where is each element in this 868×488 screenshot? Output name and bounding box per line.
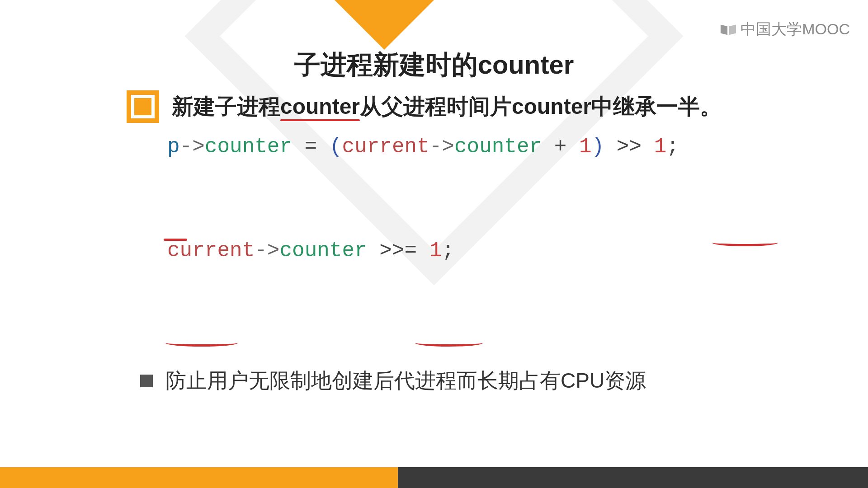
tok-current2: current [167,239,255,263]
tok-p: p [167,135,180,159]
tok-semi2: ; [442,239,454,263]
main-bullet-text: 新建子进程counter从父进程时间片counter中继承一半。 [172,90,722,123]
main-bullet: 新建子进程counter从父进程时间片counter中继承一半。 [127,90,832,123]
tok-one2: 1 [654,135,667,159]
bullet-mid: 从父进程时间片counter中继承一半。 [360,94,722,118]
tok-arrow3: -> [255,239,279,263]
footer-dark-bar [398,467,868,488]
underlined-counter: counter [280,94,360,118]
tok-current: current [342,135,429,159]
tok-arrow: -> [180,135,205,159]
logo-area: 中国大学MOOC [720,19,850,40]
square-bullet-icon [140,375,153,387]
red-mark-shifteq [415,339,483,347]
sub-bullet: 防止用户无限制地创建后代进程而长期占有CPU资源 [140,367,832,395]
book-icon [720,23,737,36]
logo-text: 中国大学MOOC [741,19,850,40]
tok-shift: >> [604,135,654,159]
tok-rparen: ) [592,135,604,159]
tok-counter3: counter [279,239,367,263]
tok-one1: 1 [579,135,592,159]
tok-lparen: ( [330,135,342,159]
tok-counter2: counter [454,135,542,159]
tok-shifteq: >>= [367,239,429,263]
code-block: p->counter = (current->counter + 1) >> 1… [167,134,832,342]
code-line-2: current->counter >>= 1; [167,238,832,342]
footer-orange-bar [0,467,398,488]
tok-arrow2: -> [429,135,454,159]
content-area: 新建子进程counter从父进程时间片counter中继承一半。 p->coun… [127,90,832,395]
page-title: 子进程新建时的counter [0,47,868,83]
tok-counter: counter [205,135,292,159]
bullet-prefix: 新建子进程 [172,94,280,118]
top-orange-arrow [335,0,434,50]
tok-eq: = [292,135,330,159]
code-line-1: p->counter = (current->counter + 1) >> 1… [167,134,832,238]
tok-plus: + [542,135,579,159]
tok-one3: 1 [429,239,442,263]
orange-bullet-icon [127,90,159,123]
sub-bullet-text: 防止用户无限制地创建后代进程而长期占有CPU资源 [165,367,646,395]
red-mark-current [165,339,238,347]
tok-semi: ; [666,135,679,159]
